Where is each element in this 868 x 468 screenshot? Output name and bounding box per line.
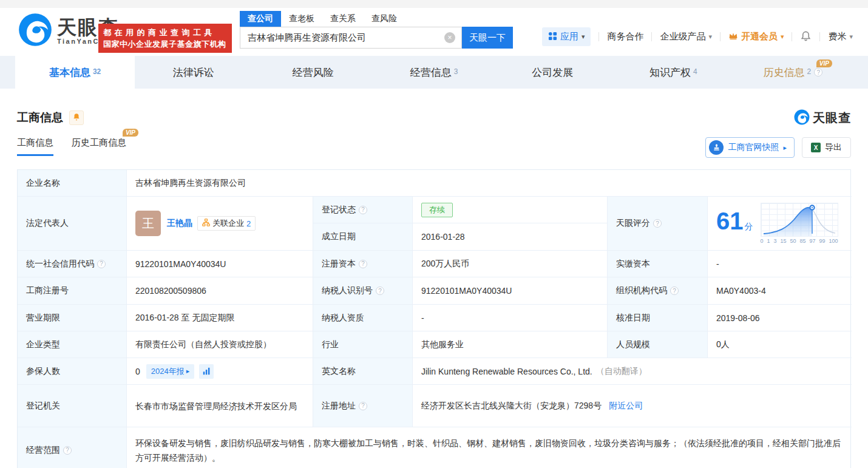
nav-cooperation[interactable]: 商务合作 xyxy=(607,31,643,42)
export-button[interactable]: X 导出 xyxy=(802,137,851,158)
label-org-code: 组织机构代码? xyxy=(608,277,708,305)
subscribe-bell-button[interactable] xyxy=(69,110,84,125)
label-paid-capital: 实缴资本 xyxy=(608,251,708,277)
auto-translate-note: （自动翻译） xyxy=(596,366,647,377)
subtab-business-info[interactable]: 工商信息 xyxy=(17,137,53,156)
search-tab-risk[interactable]: 查风险 xyxy=(364,11,405,27)
trend-chart-icon[interactable] xyxy=(199,364,214,379)
label-industry: 行业 xyxy=(313,331,413,358)
clear-icon[interactable]: × xyxy=(444,32,455,43)
annual-report-badge[interactable]: 2024年报▸ xyxy=(146,364,194,379)
nav-user[interactable]: 费米 ▾ xyxy=(828,31,853,42)
label-legal-representative: 法定代表人 xyxy=(18,197,127,251)
label-credit-code: 统一社会信用代码? xyxy=(18,251,127,277)
tab-operating-risk[interactable]: 经营风险 xyxy=(254,56,374,89)
label-tianyan-score: 天眼评分? xyxy=(608,197,708,251)
nav-apps[interactable]: 应用 ▾ xyxy=(542,27,591,46)
main-content: 工商信息 天眼查 工商信息 VIP 历史工商信息 xyxy=(0,89,868,468)
site-header: 天眼查 TianYanCha.com 都在用的商业查询工具 国家中小企业发展子基… xyxy=(0,8,868,56)
label-staff-size: 人员规模 xyxy=(608,331,708,358)
tab-basic-info[interactable]: 基本信息32 xyxy=(15,56,135,89)
search-block: 查公司 查老板 查关系 查风险 吉林省坤腾再生资源有限公司 × 天眼一下 xyxy=(240,11,513,49)
nearby-companies-link[interactable]: 附近公司 xyxy=(609,401,643,412)
grid-icon xyxy=(548,32,557,42)
arrow-right-icon: ▸ xyxy=(783,144,787,152)
label-registration-status: 登记状态? xyxy=(313,197,413,223)
section-title: 工商信息 xyxy=(17,110,63,126)
search-button[interactable]: 天眼一下 xyxy=(462,27,513,49)
value-taxpayer-id: 91220101MA0Y40034U xyxy=(413,277,608,305)
label-company-type: 企业类型 xyxy=(18,331,127,358)
watermark-logo: 天眼查 xyxy=(794,109,851,127)
avatar[interactable]: 王 xyxy=(135,211,161,236)
vip-badge: VIP xyxy=(816,59,832,67)
related-companies-badge[interactable]: 关联企业 2 xyxy=(197,216,256,231)
arrow-right-icon: ▸ xyxy=(186,367,190,375)
nav-notifications[interactable] xyxy=(800,30,812,44)
label-registration-number: 工商注册号 xyxy=(18,277,127,305)
tab-operating-info[interactable]: 经营信息3 xyxy=(374,56,493,89)
help-icon[interactable]: ? xyxy=(376,287,384,295)
value-company-type: 有限责任公司（自然人投资或控股） xyxy=(127,331,313,358)
tab-intellectual-property[interactable]: 知识产权4 xyxy=(614,56,733,89)
value-staff-size: 0人 xyxy=(708,331,852,358)
help-icon[interactable]: ? xyxy=(814,68,822,76)
divider xyxy=(720,32,721,41)
value-registration-status: 存续 xyxy=(413,197,608,223)
divider xyxy=(598,32,599,41)
label-insured-count: 参保人数 xyxy=(18,358,127,385)
value-insured-count: 0 2024年报▸ xyxy=(127,358,313,385)
tab-legal[interactable]: 法律诉讼 xyxy=(135,56,254,89)
help-icon[interactable]: ? xyxy=(63,446,72,455)
search-tab-company[interactable]: 查公司 xyxy=(240,11,281,27)
nav-enterprise[interactable]: 企业级产品 ▾ xyxy=(660,31,712,42)
search-tab-boss[interactable]: 查老板 xyxy=(281,11,322,27)
tianyancha-swirl-icon xyxy=(794,109,810,127)
crown-icon xyxy=(728,32,738,42)
help-icon[interactable]: ? xyxy=(359,402,367,410)
help-icon[interactable]: ? xyxy=(670,287,679,295)
divider xyxy=(819,32,820,41)
label-taxpayer-id: 纳税人识别号? xyxy=(313,277,413,305)
value-tianyan-score[interactable]: 61分 xyxy=(708,197,852,251)
search-tabs: 查公司 查老板 查关系 查风险 xyxy=(240,11,513,27)
value-registered-address: 经济开发区长吉北线兴隆大街（安龙泉）7298号 附近公司 xyxy=(413,385,852,427)
search-tab-relation[interactable]: 查关系 xyxy=(322,11,364,27)
label-company-name: 企业名称 xyxy=(18,170,127,197)
label-registered-capital: 注册资本? xyxy=(313,251,413,277)
search-input[interactable]: 吉林省坤腾再生资源有限公司 × xyxy=(240,27,462,49)
value-registration-number: 220108200509806 xyxy=(127,277,313,305)
score-number: 61分 xyxy=(716,209,753,239)
value-taxpayer-quality: - xyxy=(413,305,608,331)
value-approval-date: 2019-08-06 xyxy=(708,305,852,331)
vip-badge: VIP xyxy=(123,129,138,137)
nav-open-member[interactable]: 开通会员 ▾ xyxy=(728,31,784,42)
value-business-scope: 环保设备研发与销售，废旧纺织品研发与销售，防寒大棚被加工与销售，时装、针织品、钢… xyxy=(127,427,852,468)
stamp-icon xyxy=(709,140,724,155)
label-business-term: 营业期限 xyxy=(18,305,127,331)
bell-icon xyxy=(800,30,812,44)
score-distribution-chart: 0131550859799100 xyxy=(761,203,838,244)
help-icon[interactable]: ? xyxy=(97,260,106,268)
search-input-value: 吉林省坤腾再生资源有限公司 xyxy=(248,32,444,44)
label-english-name: 英文名称 xyxy=(313,358,413,385)
chevron-down-icon: ▾ xyxy=(849,33,853,41)
value-legal-representative: 王 王艳晶 关联企业 2 xyxy=(127,197,313,251)
value-industry: 其他服务业 xyxy=(413,331,608,358)
excel-icon: X xyxy=(811,143,821,152)
bell-icon xyxy=(72,113,81,123)
divider xyxy=(792,32,792,41)
help-icon[interactable]: ? xyxy=(359,260,367,268)
official-snapshot-button[interactable]: 工商官网快照 ▸ xyxy=(705,137,795,158)
help-icon[interactable]: ? xyxy=(359,206,367,214)
top-strip xyxy=(0,0,868,8)
tab-history-info[interactable]: VIP 历史信息2 ? xyxy=(733,56,853,89)
legal-rep-link[interactable]: 王艳晶 xyxy=(167,218,192,229)
help-icon[interactable]: ? xyxy=(653,219,662,228)
chevron-down-icon: ▾ xyxy=(781,33,784,41)
top-nav: 应用 ▾ 商务合作 企业级产品 ▾ 开通会员 ▾ 费米 ▾ xyxy=(542,27,853,46)
tab-company-development[interactable]: 公司发展 xyxy=(494,56,614,89)
company-tabbar: 基本信息32 法律诉讼 经营风险 经营信息3 公司发展 知识产权4 VIP 历史… xyxy=(0,56,868,89)
label-registered-address: 注册地址? xyxy=(313,385,413,427)
subtab-history-business-info[interactable]: VIP 历史工商信息 xyxy=(72,137,126,156)
